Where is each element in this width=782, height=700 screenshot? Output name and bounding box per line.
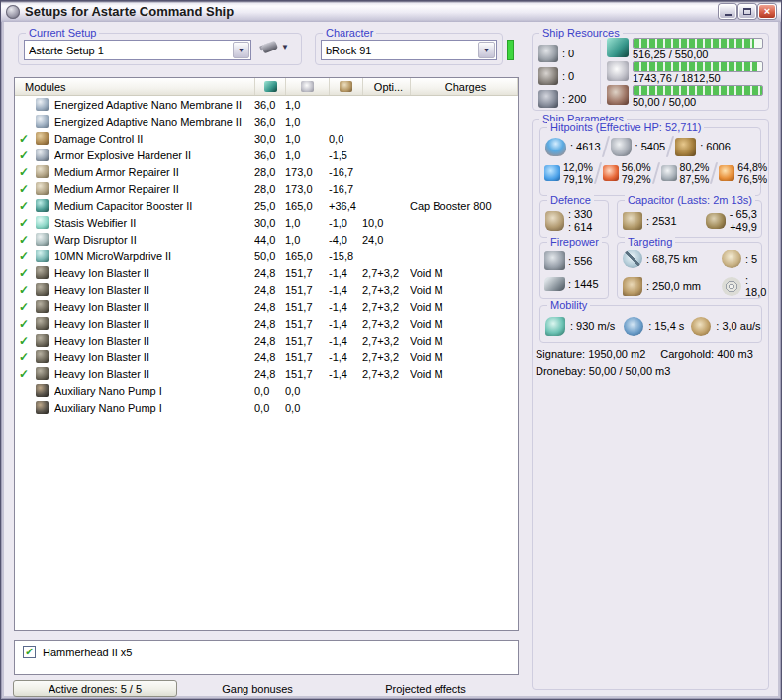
- character-combobox[interactable]: bRock 91 ▼: [321, 40, 497, 60]
- dronebay-bar-text: 50,00 / 50,00: [633, 96, 763, 108]
- setup-combobox[interactable]: Astarte Setup 1 ▼: [24, 40, 251, 60]
- module-active-check: ✓: [15, 301, 29, 313]
- close-button[interactable]: ×: [758, 4, 776, 19]
- module-row[interactable]: ✓Heavy Ion Blaster II24,8151,7-1,42,7+3,…: [15, 264, 518, 281]
- module-row[interactable]: ✓Medium Capacitor Booster II25,0165,0+36…: [15, 197, 518, 214]
- module-charge-value: Cap Booster 800: [410, 200, 518, 212]
- module-row[interactable]: ✓Heavy Ion Blaster II24,8151,7-1,42,7+3,…: [15, 298, 518, 315]
- module-row[interactable]: ✓Stasis Webifier II30,01,0-1,010,0: [15, 214, 518, 231]
- gang-bonuses-button[interactable]: Gang bonuses: [198, 680, 317, 697]
- drones-list[interactable]: ✓ Hammerhead II x5: [14, 640, 519, 675]
- scan-resolution-icon: [623, 277, 642, 296]
- module-row[interactable]: ✓Medium Armor Repairer II28,0173,0-16,7: [15, 163, 518, 180]
- active-drones-label: Active drones: 5 / 5: [49, 683, 142, 695]
- module-row[interactable]: ✓Heavy Ion Blaster II24,8151,7-1,42,7+3,…: [15, 332, 518, 349]
- cpu-column-header[interactable]: [254, 78, 285, 95]
- module-optimal-value: 2,7+3,2: [362, 284, 410, 296]
- dronebay-bar: [633, 85, 763, 96]
- warp-speed-icon: [691, 317, 711, 336]
- module-powergrid-value: 1,0: [285, 234, 329, 246]
- minimize-button[interactable]: [719, 4, 736, 19]
- module-optimal-value: 2,7+3,2: [362, 368, 410, 380]
- max-targets-value: : 5: [745, 253, 766, 265]
- module-cpu-value: 30,0: [254, 133, 285, 145]
- window-title: Setups for Astarte Command Ship: [25, 4, 714, 19]
- module-row[interactable]: ✓Damage Control II30,01,00,0: [15, 130, 518, 147]
- module-name: Armor Explosive Hardener II: [54, 150, 254, 161]
- targeting-label: Targeting: [625, 236, 675, 249]
- webifier-icon: [36, 216, 49, 229]
- module-row[interactable]: Auxiliary Nano Pump I0,00,0: [15, 399, 518, 416]
- module-optimal-value: 2,7+3,2: [362, 351, 410, 363]
- structure-icon: [675, 138, 696, 156]
- capacitor-drain-value: - 65,3: [730, 208, 757, 220]
- modules-list-header[interactable]: Modules Opti... Charges: [15, 78, 518, 96]
- capacitor-column-header[interactable]: [329, 78, 362, 95]
- align-time-value: : 15,4 s: [648, 320, 684, 332]
- module-cap-value: -16,7: [329, 166, 362, 178]
- module-row[interactable]: Energized Adaptive Nano Membrane II36,01…: [15, 96, 518, 113]
- em-resist-shield: 12,0%: [563, 161, 593, 173]
- maximize-button[interactable]: [738, 4, 756, 19]
- character-combobox-dropdown-button[interactable]: ▼: [478, 42, 495, 58]
- blaster-icon: [36, 367, 49, 380]
- module-row[interactable]: ✓Medium Armor Repairer II28,0173,0-16,7: [15, 180, 518, 197]
- launcher-hardpoints-value: : 0: [562, 70, 574, 82]
- module-cpu-value: 24,8: [254, 351, 285, 363]
- blaster-icon: [36, 317, 49, 330]
- module-optimal-value: 10,0: [362, 217, 410, 229]
- powergrid-column-header[interactable]: [285, 78, 329, 95]
- thermal-resist: 56,0% 79,2%: [603, 161, 651, 185]
- charges-column-header[interactable]: Charges: [410, 78, 518, 95]
- module-name: Warp Disruptor II: [54, 234, 254, 246]
- setup-tools-button[interactable]: ▼: [259, 41, 292, 53]
- module-optimal-value: 2,7+3,2: [362, 301, 410, 313]
- turret-dps: : 556: [544, 250, 606, 272]
- turret-hardpoints-icon: [538, 45, 558, 62]
- mobility-group: Mobility : 930 m/s : 15,4 s : 3,0 au/s: [539, 305, 762, 343]
- module-cap-value: -1,4: [329, 301, 362, 313]
- rig-calibration: : 200: [538, 87, 600, 110]
- volley-damage: : 1445: [544, 272, 606, 295]
- modules-list[interactable]: Modules Opti... Charges Energized Adapti…: [14, 77, 519, 631]
- module-powergrid-value: 151,7: [285, 368, 329, 380]
- powergrid-bar: [633, 61, 763, 72]
- dronebay-value: Dronebay: 50,00 / 50,00 m3: [536, 365, 670, 377]
- module-row[interactable]: ✓10MN MicroWarpdrive II50,0165,0-15,8: [15, 248, 518, 264]
- module-active-check: ✓: [15, 217, 29, 229]
- module-charge-value: Void M: [410, 284, 518, 296]
- scan-resolution-value: : 250,0 mm: [646, 280, 722, 292]
- modules-column-header[interactable]: Modules: [15, 78, 254, 95]
- mwd-icon: [36, 250, 49, 262]
- module-row[interactable]: Energized Adaptive Nano Membrane II36,01…: [15, 113, 518, 130]
- module-row[interactable]: ✓Heavy Ion Blaster II24,8151,7-1,42,7+3,…: [15, 281, 518, 298]
- damage-control-icon: [36, 132, 49, 145]
- max-velocity-icon: [545, 317, 565, 336]
- drone-checkbox[interactable]: ✓: [23, 646, 36, 658]
- module-row[interactable]: ✓Heavy Ion Blaster II24,8151,7-1,42,7+3,…: [15, 365, 518, 382]
- setup-combobox-dropdown-button[interactable]: ▼: [233, 42, 249, 58]
- module-cpu-value: 30,0: [254, 217, 285, 229]
- module-row[interactable]: ✓Heavy Ion Blaster II24,8151,7-1,42,7+3,…: [15, 315, 518, 332]
- module-cpu-value: 24,8: [254, 301, 285, 313]
- optimal-column-header[interactable]: Opti...: [362, 78, 410, 95]
- module-row[interactable]: ✓Heavy Ion Blaster II24,8151,7-1,42,7+3,…: [15, 349, 518, 365]
- module-cap-value: -1,5: [329, 150, 362, 161]
- max-targets-icon: [722, 250, 741, 268]
- module-cpu-value: 24,8: [254, 335, 285, 347]
- explosive-resist-icon: [719, 165, 734, 181]
- volley-value: : 1445: [568, 278, 599, 290]
- active-drones-button[interactable]: Active drones: 5 / 5: [13, 680, 177, 697]
- module-name: Heavy Ion Blaster II: [54, 284, 254, 296]
- structure-hp-value: : 6006: [700, 141, 731, 152]
- module-row[interactable]: Auxiliary Nano Pump I0,00,0: [15, 382, 518, 399]
- resource-bar-fill-1: [634, 62, 757, 71]
- projected-effects-button[interactable]: Projected effects: [351, 680, 500, 697]
- drone-item[interactable]: ✓ Hammerhead II x5: [23, 646, 510, 658]
- module-row[interactable]: ✓Warp Disruptor II44,01,0-4,024,0: [15, 231, 518, 248]
- shield-hp: : 4613: [545, 138, 601, 156]
- module-powergrid-value: 173,0: [285, 183, 329, 195]
- defence-passive-value: : 330: [568, 208, 592, 220]
- module-name: Auxiliary Nano Pump I: [54, 402, 254, 414]
- module-row[interactable]: ✓Armor Explosive Hardener II36,01,0-1,5: [15, 147, 518, 163]
